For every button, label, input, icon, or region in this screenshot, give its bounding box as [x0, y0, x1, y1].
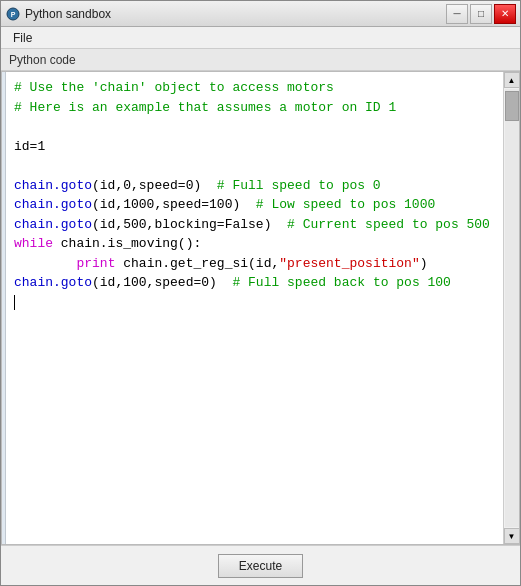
- scroll-thumb[interactable]: [505, 91, 519, 121]
- code-editor[interactable]: # Use the 'chain' object to access motor…: [6, 72, 503, 544]
- editor-container: # Use the 'chain' object to access motor…: [1, 71, 520, 545]
- close-button[interactable]: ✕: [494, 4, 516, 24]
- scroll-up-arrow[interactable]: ▲: [504, 72, 520, 88]
- window-title: Python sandbox: [25, 7, 446, 21]
- app-icon: P: [5, 6, 21, 22]
- scroll-down-arrow[interactable]: ▼: [504, 528, 520, 544]
- bottom-bar: Execute: [1, 545, 520, 585]
- svg-text:P: P: [11, 11, 16, 18]
- maximize-button[interactable]: □: [470, 4, 492, 24]
- minimize-button[interactable]: ─: [446, 4, 468, 24]
- title-bar: P Python sandbox ─ □ ✕: [1, 1, 520, 27]
- main-window: P Python sandbox ─ □ ✕ File Python code …: [0, 0, 521, 586]
- menu-bar: File: [1, 27, 520, 49]
- vertical-scrollbar[interactable]: ▲ ▼: [503, 72, 519, 544]
- file-menu[interactable]: File: [5, 29, 40, 47]
- execute-button[interactable]: Execute: [218, 554, 303, 578]
- scroll-track[interactable]: [505, 89, 519, 527]
- section-label: Python code: [1, 49, 520, 71]
- window-controls: ─ □ ✕: [446, 4, 516, 24]
